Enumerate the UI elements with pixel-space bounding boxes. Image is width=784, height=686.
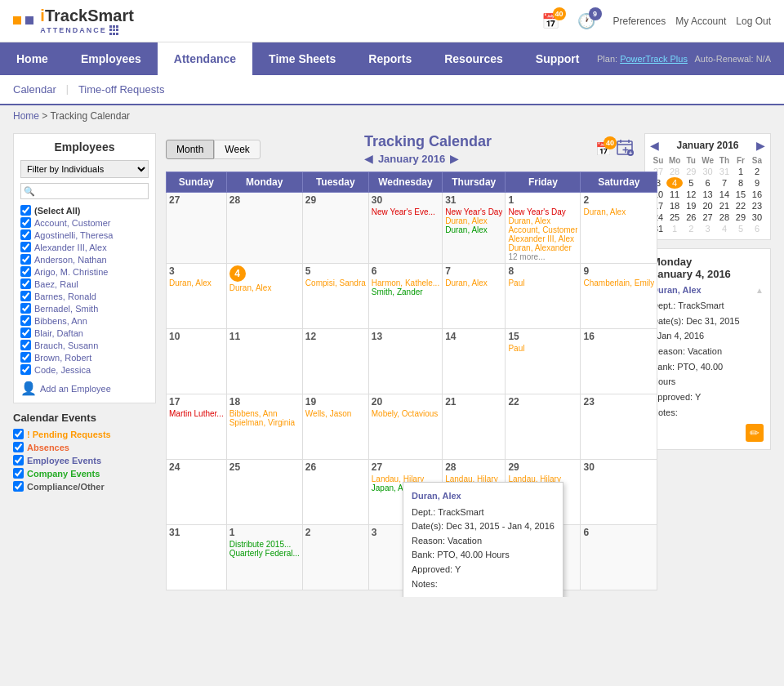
mini-cal-day[interactable]: 1	[733, 166, 749, 177]
mini-cal-day[interactable]: 25	[666, 212, 683, 223]
subnav-timeoff[interactable]: Time-off Requests	[69, 80, 175, 99]
event-compliance-checkbox[interactable]	[13, 481, 24, 492]
mini-cal-day[interactable]: 18	[666, 200, 683, 212]
event-employee-events[interactable]: Employee Events	[13, 455, 156, 466]
list-item[interactable]: Bernadel, Smith	[20, 302, 149, 314]
mini-cal-day[interactable]: 8	[733, 177, 749, 189]
event-absences[interactable]: Absences	[13, 442, 156, 452]
calendar-event[interactable]: Mobely, Octavious	[372, 409, 439, 418]
day-detail-employee-name[interactable]: Duran, Alex ▲	[652, 285, 764, 295]
calendar-event[interactable]: Duran, Alex	[445, 216, 502, 225]
mini-cal-day[interactable]: 30	[699, 166, 716, 177]
calendar-event[interactable]: Bibbens, Ann	[229, 409, 300, 418]
add-event-icon[interactable]: +	[617, 139, 635, 160]
calendar-event[interactable]: Duran, Alex	[169, 278, 224, 287]
edit-icon[interactable]: ✏	[746, 424, 764, 442]
mini-cal-day[interactable]: 29	[733, 212, 749, 223]
mini-cal-day[interactable]: 26	[683, 212, 699, 223]
calendar-event[interactable]: Alexander III, Alex	[508, 234, 577, 243]
event-absences-checkbox[interactable]	[13, 442, 24, 452]
mini-cal-today[interactable]: 4	[666, 177, 683, 189]
nav-home[interactable]: Home	[0, 42, 65, 75]
mini-cal-day[interactable]: 28	[716, 212, 733, 223]
mini-cal-day[interactable]: 31	[716, 166, 733, 177]
mini-cal-day[interactable]: 9	[749, 177, 765, 189]
calendar-event[interactable]: Duran, Alex	[508, 216, 577, 225]
nav-reports[interactable]: Reports	[352, 42, 428, 75]
mini-cal-day[interactable]: 15	[733, 189, 749, 200]
mini-cal-day[interactable]: 16	[749, 189, 765, 200]
calendar-event[interactable]: Duran, Alex	[583, 207, 654, 216]
calendar-event[interactable]: Paul	[508, 278, 577, 287]
calendar-event[interactable]: Compisi, Sandra	[305, 278, 366, 287]
mini-cal-day[interactable]: 30	[749, 212, 765, 223]
preferences-link[interactable]: Preferences	[613, 16, 666, 27]
select-all-item[interactable]: (Select All)	[20, 204, 149, 216]
nav-resources[interactable]: Resources	[428, 42, 519, 75]
mini-cal-day[interactable]: 22	[733, 200, 749, 212]
employee-search-input[interactable]	[20, 183, 149, 199]
mini-cal-day[interactable]: 21	[716, 200, 733, 212]
list-item[interactable]: Anderson, Nathan	[20, 253, 149, 265]
expand-icon[interactable]: ▲	[755, 286, 764, 295]
mini-cal-day[interactable]: 29	[683, 166, 699, 177]
mini-cal-day[interactable]: 13	[699, 189, 716, 200]
month-view-button[interactable]: Month	[166, 140, 214, 159]
list-item[interactable]: Account, Customer	[20, 216, 149, 229]
calendar-list-icon[interactable]: 📅40	[595, 141, 612, 157]
nav-attendance[interactable]: Attendance	[158, 42, 252, 75]
event-company-events[interactable]: Company Events	[13, 468, 156, 479]
filter-dropdown[interactable]: Filter by Individuals	[20, 160, 149, 178]
calendar-event[interactable]: New Year's Day	[445, 207, 502, 216]
list-item[interactable]: Bibbens, Ann	[20, 314, 149, 327]
event-pending[interactable]: ! Pending Requests	[13, 429, 156, 439]
mini-cal-day[interactable]: 1	[666, 223, 683, 234]
mini-cal-day[interactable]: 7	[716, 177, 733, 189]
mini-cal-day[interactable]: 23	[749, 200, 765, 212]
list-item[interactable]: Brauch, Susann	[20, 339, 149, 351]
mini-cal-day[interactable]: 28	[666, 166, 683, 177]
calendar-event[interactable]: Account, Customer	[508, 225, 577, 234]
calendar-event[interactable]: Wells, Jason	[305, 409, 366, 418]
calendar-event[interactable]: New Year's Eve...	[372, 207, 439, 216]
list-item[interactable]: Code, Jessica	[20, 363, 149, 376]
mini-cal-day[interactable]: 2	[749, 166, 765, 177]
calendar-event[interactable]: Chamberlain, Emily	[583, 278, 654, 287]
mini-cal-day[interactable]: 11	[666, 189, 683, 200]
nav-support[interactable]: Support	[519, 42, 596, 75]
notification-badge-1[interactable]: 📅 40	[541, 12, 559, 30]
select-all-checkbox[interactable]	[20, 205, 31, 216]
mini-cal-day[interactable]: 6	[699, 177, 716, 189]
nav-employees[interactable]: Employees	[65, 42, 158, 75]
calendar-event[interactable]: Smith, Zander	[372, 287, 439, 296]
event-employee-checkbox[interactable]	[13, 455, 24, 466]
my-account-link[interactable]: My Account	[675, 16, 726, 27]
calendar-event[interactable]: Spielman, Virginia	[229, 418, 300, 427]
mini-cal-day[interactable]: 14	[716, 189, 733, 200]
event-pending-checkbox[interactable]	[13, 429, 24, 439]
calendar-event[interactable]: Paul	[508, 344, 577, 353]
mini-prev-arrow[interactable]: ◀	[650, 139, 659, 152]
mini-cal-day[interactable]: 12	[683, 189, 699, 200]
plan-link[interactable]: PowerTrack Plus	[620, 54, 688, 64]
mini-next-arrow[interactable]: ▶	[756, 139, 765, 152]
mini-cal-day[interactable]: 4	[716, 223, 733, 234]
week-view-button[interactable]: Week	[214, 140, 260, 159]
list-item[interactable]: Alexander III, Alex	[20, 241, 149, 253]
calendar-event[interactable]: Duran, Alex	[445, 278, 502, 287]
mini-cal-day[interactable]: 2	[683, 223, 699, 234]
list-item[interactable]: Blair, Daftan	[20, 327, 149, 339]
calendar-event[interactable]: Duran, Alex	[445, 225, 502, 234]
mini-cal-day[interactable]: 5	[733, 223, 749, 234]
prev-month-arrow[interactable]: ◀	[364, 152, 373, 165]
calendar-event[interactable]: Martin Luther...	[169, 409, 224, 418]
mini-cal-day[interactable]: 20	[699, 200, 716, 212]
nav-timesheets[interactable]: Time Sheets	[252, 42, 352, 75]
list-item[interactable]: Agostinelli, Theresa	[20, 229, 149, 241]
next-month-arrow[interactable]: ▶	[450, 152, 459, 165]
add-employee-button[interactable]: 👤 Add an Employee	[20, 381, 149, 396]
event-compliance[interactable]: Compliance/Other	[13, 481, 156, 492]
notification-badge-2[interactable]: 🕐 9	[577, 12, 595, 30]
list-item[interactable]: Barnes, Ronald	[20, 290, 149, 302]
more-events-link[interactable]: 12 more...	[508, 252, 577, 261]
